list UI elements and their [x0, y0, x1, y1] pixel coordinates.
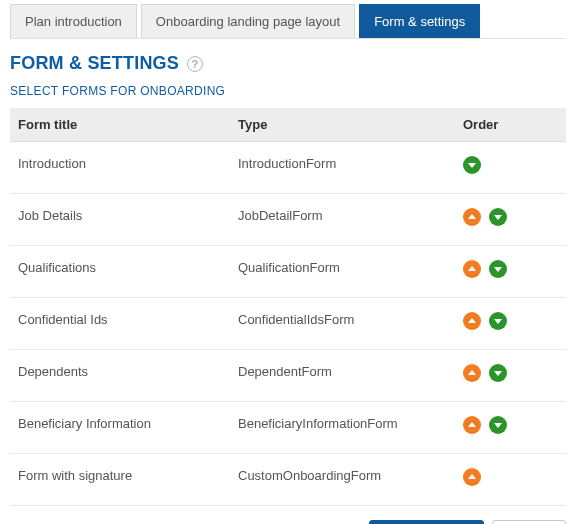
- order-cell: [455, 350, 566, 402]
- page-title: FORM & SETTINGS ?: [10, 53, 566, 74]
- form-title: Job Details: [10, 194, 230, 246]
- form-type: ConfidentialIdsForm: [230, 298, 455, 350]
- order-cell: [455, 454, 566, 506]
- form-type: BeneficiaryInformationForm: [230, 402, 455, 454]
- col-header-order: Order: [455, 108, 566, 142]
- move-down-icon[interactable]: [463, 156, 481, 174]
- svg-marker-11: [468, 474, 476, 479]
- move-up-icon[interactable]: [463, 416, 481, 434]
- tab-1[interactable]: Onboarding landing page layout: [141, 4, 355, 38]
- footer-actions: Add new form Cancel: [10, 506, 566, 524]
- svg-marker-4: [494, 267, 502, 272]
- move-down-icon[interactable]: [489, 260, 507, 278]
- move-up-icon[interactable]: [463, 468, 481, 486]
- forms-table: Form title Type Order IntroductionIntrod…: [10, 108, 566, 506]
- form-type: DependentForm: [230, 350, 455, 402]
- svg-marker-3: [468, 266, 476, 271]
- col-header-type: Type: [230, 108, 455, 142]
- svg-marker-0: [468, 163, 476, 168]
- help-icon[interactable]: ?: [187, 56, 203, 72]
- order-cell: [455, 142, 566, 194]
- move-up-icon[interactable]: [463, 208, 481, 226]
- order-cell: [455, 298, 566, 350]
- cancel-button[interactable]: Cancel: [492, 520, 566, 524]
- table-row: DependentsDependentForm: [10, 350, 566, 402]
- move-down-icon[interactable]: [489, 208, 507, 226]
- page-title-text: FORM & SETTINGS: [10, 53, 179, 74]
- form-title: Beneficiary Information: [10, 402, 230, 454]
- section-subhead: SELECT FORMS FOR ONBOARDING: [10, 84, 566, 98]
- form-type: CustomOnboardingForm: [230, 454, 455, 506]
- svg-marker-6: [494, 319, 502, 324]
- table-row: Job DetailsJobDetailForm: [10, 194, 566, 246]
- table-row: IntroductionIntroductionForm: [10, 142, 566, 194]
- tab-0[interactable]: Plan introduction: [10, 4, 137, 38]
- move-down-icon[interactable]: [489, 364, 507, 382]
- move-up-icon[interactable]: [463, 312, 481, 330]
- col-header-title: Form title: [10, 108, 230, 142]
- move-down-icon[interactable]: [489, 416, 507, 434]
- form-title: Dependents: [10, 350, 230, 402]
- form-title: Qualifications: [10, 246, 230, 298]
- svg-marker-7: [468, 370, 476, 375]
- svg-marker-8: [494, 371, 502, 376]
- move-up-icon[interactable]: [463, 260, 481, 278]
- table-row: QualificationsQualificationForm: [10, 246, 566, 298]
- table-row: Beneficiary InformationBeneficiaryInform…: [10, 402, 566, 454]
- move-down-icon[interactable]: [489, 312, 507, 330]
- svg-marker-9: [468, 422, 476, 427]
- tab-bar: Plan introductionOnboarding landing page…: [10, 0, 566, 39]
- table-row: Form with signatureCustomOnboardingForm: [10, 454, 566, 506]
- move-up-icon[interactable]: [463, 364, 481, 382]
- order-cell: [455, 402, 566, 454]
- svg-marker-10: [494, 423, 502, 428]
- form-type: IntroductionForm: [230, 142, 455, 194]
- form-title: Form with signature: [10, 454, 230, 506]
- order-cell: [455, 194, 566, 246]
- table-row: Confidential IdsConfidentialIdsForm: [10, 298, 566, 350]
- form-type: JobDetailForm: [230, 194, 455, 246]
- order-cell: [455, 246, 566, 298]
- svg-marker-1: [468, 214, 476, 219]
- add-new-form-button[interactable]: Add new form: [369, 520, 483, 524]
- form-title: Introduction: [10, 142, 230, 194]
- form-title: Confidential Ids: [10, 298, 230, 350]
- svg-marker-2: [494, 215, 502, 220]
- form-type: QualificationForm: [230, 246, 455, 298]
- tab-2[interactable]: Form & settings: [359, 4, 480, 38]
- svg-marker-5: [468, 318, 476, 323]
